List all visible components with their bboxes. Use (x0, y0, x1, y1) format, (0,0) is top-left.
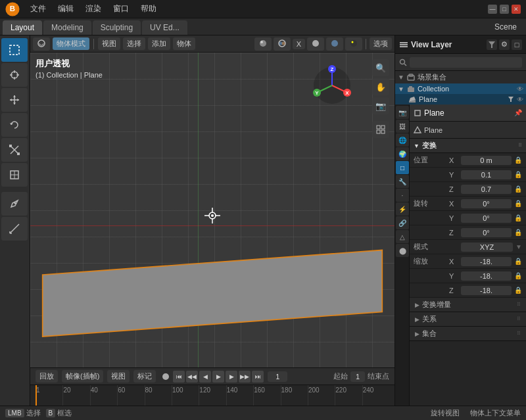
rot-x-value[interactable]: 0° (461, 199, 512, 208)
scale-x-value[interactable]: -18. (461, 257, 512, 266)
axis-gizmo[interactable]: Z X Y (309, 62, 355, 110)
mode-chevron-icon[interactable]: ▼ (515, 243, 522, 250)
pos-y-value[interactable]: 0.1 (461, 170, 512, 179)
rot-z-lock-icon[interactable]: 🔒 (514, 229, 522, 236)
object-data-tab[interactable]: △ (396, 230, 409, 243)
add-menu-button[interactable]: 添加 (148, 37, 170, 50)
relations-section[interactable]: ▶ 关系 ⠿ (410, 312, 526, 327)
outliner-filter-icon[interactable] (487, 39, 497, 50)
particles-tab[interactable]: · (396, 189, 409, 202)
material-shading-button[interactable] (326, 37, 343, 51)
output-props-tab[interactable]: 🖼 (396, 120, 409, 133)
viewport-shading-button[interactable] (254, 37, 272, 51)
menu-file[interactable]: 文件 (25, 2, 51, 16)
object-menu-button[interactable]: 物体 (173, 37, 195, 50)
menu-window[interactable]: 窗口 (108, 2, 134, 16)
render-props-tab[interactable]: 📷 (396, 106, 409, 119)
tab-modeling[interactable]: Modeling (43, 20, 91, 35)
plane-row[interactable]: Plane 👁 (395, 94, 526, 105)
view-menu-button[interactable]: 视图 (98, 37, 120, 50)
playback-dropdown[interactable]: 回放 (36, 370, 58, 383)
3d-cursor[interactable] (204, 208, 220, 225)
collection-visibility-icon[interactable]: 👁 (517, 85, 523, 93)
cursor-tool-button[interactable] (1, 63, 28, 87)
tab-sculpting[interactable]: Sculpting (93, 20, 141, 35)
transform-section-header[interactable]: ▼ 变换 ⠿ (410, 139, 526, 153)
outliner-settings-icon[interactable]: ⚙ (499, 39, 510, 50)
collection-row[interactable]: ▼ Collection 👁 (395, 83, 526, 94)
grid-toggle-button[interactable] (372, 121, 389, 138)
pan-view-button[interactable]: ✋ (372, 78, 389, 95)
play-button[interactable]: ▶ (212, 371, 224, 383)
menu-edit[interactable]: 编辑 (53, 2, 79, 16)
world-props-tab[interactable]: 🌍 (396, 147, 409, 160)
minimize-button[interactable]: — (488, 5, 497, 14)
next-keyframe-button[interactable]: ▶▶ (239, 371, 251, 383)
prev-keyframe-button[interactable]: ◀◀ (186, 371, 198, 383)
measure-tool-button[interactable] (1, 217, 28, 241)
pos-x-value[interactable]: 0 m (461, 156, 512, 165)
view-icon-button[interactable] (33, 37, 50, 51)
viewport-3d[interactable]: 用户透视 (1) Collection | Plane (30, 53, 394, 367)
pos-y-lock-icon[interactable]: 🔒 (514, 171, 522, 178)
rot-y-lock-icon[interactable]: 🔒 (514, 214, 522, 222)
rotation-mode-value[interactable]: XYZ (461, 243, 513, 252)
scale-y-lock-icon[interactable]: 🔒 (514, 272, 522, 279)
scene-props-tab[interactable]: 🌐 (396, 133, 409, 147)
rot-z-value[interactable]: 0° (461, 228, 512, 237)
tab-layout[interactable]: Layout (3, 20, 42, 35)
material-tab[interactable]: ⬤ (396, 244, 409, 257)
frame-start-input[interactable]: 1 (350, 371, 365, 382)
scale-tool-button[interactable] (1, 138, 28, 162)
select-menu-button[interactable]: 选择 (123, 37, 145, 50)
xray-button[interactable]: X (293, 39, 305, 49)
pos-x-lock-icon[interactable]: 🔒 (514, 156, 522, 164)
sync-dropdown[interactable]: 帧像(插帧) (62, 370, 103, 383)
current-frame-display[interactable]: 1 (268, 371, 287, 382)
object-props-tab[interactable]: □ (396, 161, 409, 174)
options-button[interactable]: 选项 (370, 37, 392, 50)
next-frame-button[interactable]: ▶ (226, 371, 237, 383)
rotate-tool-button[interactable] (1, 113, 28, 137)
move-tool-button[interactable] (1, 88, 28, 112)
outliner-expand-icon[interactable]: □ (512, 39, 522, 50)
modifier-props-tab[interactable]: 🔧 (396, 175, 409, 188)
maximize-button[interactable]: □ (500, 5, 509, 14)
object-mode-dropdown[interactable]: 物体模式 (53, 37, 89, 50)
collections-section[interactable]: ▶ 集合 ⠿ (410, 327, 526, 341)
rendered-shading-button[interactable] (345, 37, 362, 51)
physics-tab[interactable]: ⚡ (396, 202, 409, 216)
object-name-value[interactable]: Plane (424, 108, 512, 118)
constraints-tab[interactable]: 🔗 (396, 216, 409, 229)
tab-uv-editor[interactable]: UV Ed... (142, 20, 187, 35)
solid-shading-button[interactable] (307, 37, 324, 51)
mesh-name-value[interactable]: Plane (424, 126, 442, 134)
jump-to-end-button[interactable]: ⏭ (252, 371, 264, 383)
menu-render[interactable]: 渲染 (80, 2, 107, 16)
annotate-tool-button[interactable] (1, 192, 28, 216)
scale-z-lock-icon[interactable]: 🔒 (514, 287, 522, 294)
outliner-search-input[interactable] (410, 57, 522, 68)
markers-menu[interactable]: 标记 (133, 370, 156, 383)
scene-expand-icon[interactable]: ▼ (398, 74, 404, 81)
close-button[interactable]: ✕ (512, 5, 521, 14)
object-lock-icon[interactable]: 📌 (514, 109, 522, 116)
prev-frame-button[interactable]: ◀ (199, 371, 211, 383)
collection-expand-icon[interactable]: ▼ (398, 85, 404, 93)
scale-z-value[interactable]: -18. (461, 286, 512, 295)
jump-to-start-button[interactable]: ⏮ (173, 371, 185, 383)
scale-x-lock-icon[interactable]: 🔒 (514, 258, 522, 265)
scale-y-value[interactable]: -18. (461, 271, 512, 281)
camera-view-button[interactable]: 📷 (372, 97, 389, 114)
plane-visibility-icon[interactable]: 👁 (517, 96, 523, 103)
rot-x-lock-icon[interactable]: 🔒 (514, 200, 522, 207)
viewport-overlay-button[interactable] (274, 37, 291, 51)
magnify-view-button[interactable]: 🔍 (372, 59, 389, 76)
pos-z-lock-icon[interactable]: 🔒 (514, 185, 522, 193)
rot-y-value[interactable]: 0° (461, 214, 512, 223)
transform-tool-button[interactable] (1, 163, 28, 187)
timeline-view-menu[interactable]: 视图 (107, 370, 130, 383)
menu-help[interactable]: 帮助 (135, 2, 162, 16)
select-tool-button[interactable] (1, 38, 28, 62)
pos-z-value[interactable]: 0.7 (461, 185, 512, 194)
